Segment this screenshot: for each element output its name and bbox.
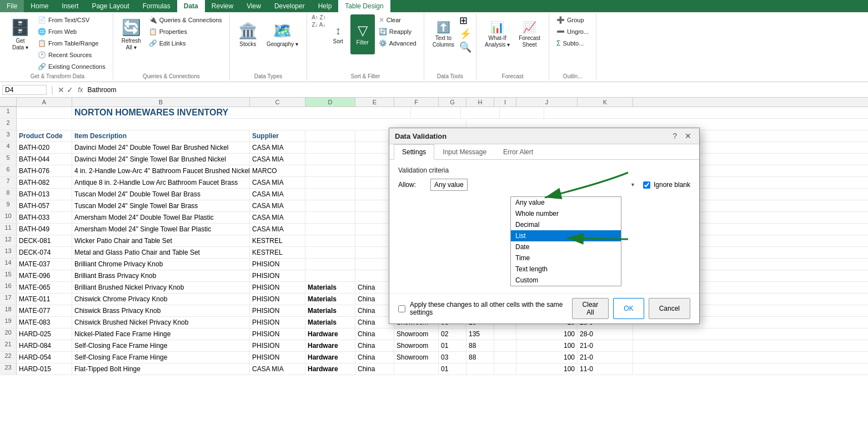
cell-b17[interactable]: Chiswick Chrome Privacy Knob	[72, 294, 250, 305]
cell-j22[interactable]: 100	[516, 352, 578, 363]
cell-d6[interactable]	[305, 165, 355, 176]
tab-developer[interactable]: Developer	[268, 0, 312, 12]
from-web-button[interactable]: 🌐 From Web	[35, 26, 108, 37]
cell-a7[interactable]: BATH-082	[17, 177, 72, 188]
existing-connections-button[interactable]: 🔗 Existing Connections	[35, 61, 108, 72]
tab-table-design[interactable]: Table Design	[338, 0, 390, 12]
cell-a19[interactable]: MATE-083	[17, 317, 72, 328]
cell-a4[interactable]: BATH-020	[17, 142, 72, 153]
cell-k21[interactable]: 21-0	[578, 340, 633, 351]
cell-e23[interactable]: China	[355, 363, 394, 375]
cell-a12[interactable]: DECK-081	[17, 235, 72, 246]
tab-formulas[interactable]: Formulas	[136, 0, 177, 12]
cell-b9[interactable]: Tuscan Model 24" Single Towel Bar Brass	[72, 200, 250, 211]
cell-f21[interactable]: Showroom	[394, 340, 439, 351]
dropdown-item-decimal[interactable]: Decimal	[511, 219, 621, 230]
cell-b7[interactable]: Antique 8 in. 2-Handle Low Arc Bathroom …	[72, 177, 250, 188]
cancel-formula-icon[interactable]: ✕	[58, 85, 64, 94]
clear-all-button[interactable]: Clear All	[572, 298, 609, 319]
name-box[interactable]	[2, 85, 47, 95]
dialog-close-button[interactable]: ✕	[683, 132, 694, 140]
cell-g22[interactable]: 03	[439, 352, 466, 363]
cell-a14[interactable]: MATE-037	[17, 259, 72, 270]
cell-c21[interactable]: PHISION	[250, 340, 305, 351]
cell-a18[interactable]: MATE-077	[17, 305, 72, 316]
cell-b8[interactable]: Tuscan Model 24" Double Towel Bar Brass	[72, 189, 250, 200]
col-header-c[interactable]: C	[250, 98, 305, 107]
cell-a17[interactable]: MATE-011	[17, 294, 72, 305]
cell-h21[interactable]: 88	[466, 340, 494, 351]
cell-d18[interactable]: Materials	[305, 305, 355, 316]
dialog-help-button[interactable]: ?	[670, 132, 679, 140]
cell-c23[interactable]: CASA MIA	[250, 363, 305, 375]
cell-b13[interactable]: Metal and Glass Patio Chair and Table Se…	[72, 247, 250, 258]
cell-d21[interactable]: Hardware	[305, 340, 355, 351]
col-header-e[interactable]: E	[355, 98, 394, 107]
cell-a3[interactable]: Product Code	[17, 130, 72, 141]
cell-c9[interactable]: CASA MIA	[250, 200, 305, 211]
apply-changes-checkbox[interactable]	[398, 305, 405, 312]
tab-file[interactable]: File	[0, 0, 24, 12]
cell-a6[interactable]: BATH-076	[17, 165, 72, 176]
cell-f23[interactable]	[394, 363, 439, 375]
cell-b16[interactable]: Brilliant Brushed Nickel Privacy Knob	[72, 282, 250, 293]
cell-a16[interactable]: MATE-065	[17, 282, 72, 293]
cell-b23[interactable]: Flat-Tipped Bolt Hinge	[72, 363, 250, 375]
cell-d16[interactable]: Materials	[305, 282, 355, 293]
sort-button[interactable]: ↕️ Sort	[327, 14, 349, 54]
cell-g20[interactable]: 02	[439, 328, 466, 340]
cell-a20[interactable]: HARD-025	[17, 328, 72, 340]
confirm-formula-icon[interactable]: ✓	[67, 85, 73, 94]
ungroup-button[interactable]: ➖ Ungro...	[554, 26, 591, 37]
cell-a13[interactable]: DECK-074	[17, 247, 72, 258]
cell-d15[interactable]	[305, 270, 355, 281]
cell-j20[interactable]: 100	[516, 328, 578, 340]
data-tools-icon1[interactable]: ⊞	[459, 14, 471, 27]
dropdown-item-list[interactable]: List	[511, 230, 621, 241]
cell-d8[interactable]	[305, 189, 355, 200]
dropdown-item-custom[interactable]: Custom	[511, 275, 621, 286]
dropdown-item-date[interactable]: Date	[511, 241, 621, 252]
dropdown-item-whole-number[interactable]: Whole number	[511, 208, 621, 219]
cell-h20[interactable]: 135	[466, 328, 494, 340]
cell-a23[interactable]: HARD-015	[17, 363, 72, 375]
cell-c10[interactable]: CASA MIA	[250, 212, 305, 223]
cell-a22[interactable]: HARD-054	[17, 352, 72, 363]
cell-c5[interactable]: CASA MIA	[250, 154, 305, 165]
cell-d20[interactable]: Hardware	[305, 328, 355, 340]
cell-f20[interactable]: Showroom	[394, 328, 439, 340]
tab-data[interactable]: Data	[177, 0, 205, 12]
cell-j21[interactable]: 100	[516, 340, 578, 351]
tab-page-layout[interactable]: Page Layout	[85, 0, 136, 12]
subtotal-button[interactable]: Σ Subto...	[554, 38, 591, 49]
cell-i20[interactable]	[494, 328, 516, 340]
cell-d10[interactable]	[305, 212, 355, 223]
cell-c11[interactable]: CASA MIA	[250, 224, 305, 235]
ok-button[interactable]: OK	[613, 298, 644, 319]
cell-k22[interactable]: 21-0	[578, 352, 633, 363]
tab-home[interactable]: Home	[24, 0, 55, 12]
col-header-h[interactable]: H	[466, 98, 494, 107]
group-button[interactable]: ➕ Group	[554, 14, 591, 26]
ignore-blank-checkbox[interactable]	[643, 181, 650, 189]
filter-button[interactable]: ▽ Filter	[350, 14, 375, 54]
cell-c13[interactable]: KESTREL	[250, 247, 305, 258]
cell-b6[interactable]: 4 in. 2-Handle Low-Arc 4" Bathroom Fauce…	[72, 165, 250, 176]
col-header-j[interactable]: J	[516, 98, 578, 107]
cell-b15[interactable]: Brilliant Brass Privacy Knob	[72, 270, 250, 281]
dialog-tab-input-message[interactable]: Input Message	[434, 144, 495, 160]
cell-d7[interactable]	[305, 177, 355, 188]
cell-c3[interactable]: Supplier	[250, 130, 305, 141]
cell-a10[interactable]: BATH-033	[17, 212, 72, 223]
tab-view[interactable]: View	[240, 0, 268, 12]
cell-i22[interactable]	[494, 352, 516, 363]
col-header-b[interactable]: B	[72, 98, 250, 107]
cell-c7[interactable]: CASA MIA	[250, 177, 305, 188]
cell-h22[interactable]: 88	[466, 352, 494, 363]
cell-d11[interactable]	[305, 224, 355, 235]
cell-c18[interactable]: PHISION	[250, 305, 305, 316]
cell-a21[interactable]: HARD-084	[17, 340, 72, 351]
cell-e21[interactable]: China	[355, 340, 394, 351]
cell-c12[interactable]: KESTREL	[250, 235, 305, 246]
cell-d13[interactable]	[305, 247, 355, 258]
